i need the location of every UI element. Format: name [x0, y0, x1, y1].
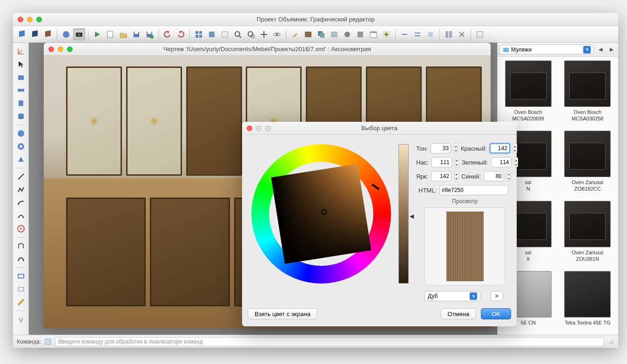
panel-icon[interactable] — [15, 98, 27, 109]
orbit-icon[interactable] — [271, 28, 283, 40]
library-thumb — [564, 201, 611, 247]
library-item[interactable]: Oven BoschMCSA020699 — [499, 60, 557, 127]
sat-stepper[interactable]: ▲▼ — [455, 157, 459, 167]
drawing-titlebar[interactable]: Чертеж '/Users/yuriy/Documents/Mebel/Про… — [44, 43, 491, 56]
extrude-icon[interactable] — [15, 240, 27, 251]
group-icon[interactable] — [443, 28, 455, 40]
eyedropper-button[interactable]: Взять цвет с экрана — [248, 308, 317, 319]
brush-icon[interactable] — [289, 28, 301, 40]
cancel-button[interactable]: Отмена — [441, 308, 477, 319]
redo-icon[interactable] — [175, 28, 187, 40]
chevron-updown-icon: ⇅ — [583, 46, 591, 53]
polyline-icon[interactable] — [15, 184, 27, 195]
tools-b-icon[interactable] — [354, 28, 366, 40]
undo-icon[interactable] — [162, 28, 174, 40]
new-icon[interactable] — [104, 28, 116, 40]
red-input[interactable] — [490, 143, 510, 153]
save-icon[interactable] — [130, 28, 142, 40]
cube-blue-icon[interactable] — [16, 28, 28, 40]
library-label: 5E CN — [521, 319, 536, 326]
board-icon[interactable] — [15, 85, 27, 96]
red-stepper[interactable]: ▲▼ — [513, 143, 517, 153]
cylinder-icon[interactable] — [15, 111, 27, 122]
green-input[interactable] — [491, 157, 512, 167]
color-wheel[interactable] — [251, 144, 391, 284]
library-item[interactable]: Oven ZanussiZOB182CC — [559, 131, 617, 197]
library-item[interactable]: Teka Texina 45E TG — [559, 271, 617, 331]
zoom-icon[interactable] — [232, 28, 244, 40]
zoomwin-icon[interactable] — [245, 28, 257, 40]
cube-dark-icon[interactable] — [29, 28, 41, 40]
compass-icon[interactable] — [15, 223, 27, 234]
cube-brown-icon[interactable] — [42, 28, 54, 40]
colorpicker-titlebar[interactable]: Выбор цвета — [242, 122, 517, 135]
render-icon[interactable] — [60, 28, 72, 40]
tools-a-icon[interactable] — [341, 28, 353, 40]
sat-input[interactable] — [431, 157, 452, 167]
dim-c-icon[interactable] — [425, 28, 437, 40]
camera-icon[interactable] — [73, 28, 85, 40]
library-label: Oven ZanussiZOU381N — [572, 249, 603, 263]
fit-icon[interactable] — [219, 28, 231, 40]
cone-icon[interactable] — [15, 154, 27, 165]
curve-icon[interactable] — [15, 210, 27, 221]
material-next-button[interactable]: > — [491, 291, 503, 301]
dim-a-icon[interactable] — [398, 28, 411, 40]
sv-cursor-icon[interactable] — [321, 209, 327, 215]
line-icon[interactable] — [15, 171, 27, 182]
view3d-icon[interactable] — [206, 28, 218, 40]
play-icon[interactable] — [91, 28, 103, 40]
sphere-icon[interactable] — [15, 128, 27, 139]
calendar-icon[interactable] — [367, 28, 379, 40]
align-icon[interactable] — [456, 28, 468, 40]
rect-icon[interactable] — [15, 271, 27, 282]
library-item[interactable]: Oven ZanussiZOU381N — [559, 201, 617, 267]
ok-button[interactable]: OK — [481, 308, 511, 319]
axis-icon[interactable] — [15, 46, 27, 57]
colorpicker-title: Выбор цвета — [242, 125, 517, 132]
resize-grip-icon[interactable] — [608, 338, 614, 345]
library-thumb — [564, 271, 611, 318]
blue-input[interactable] — [484, 171, 504, 181]
plus-icon[interactable] — [380, 28, 392, 40]
html-input[interactable] — [439, 185, 508, 195]
measure-icon[interactable] — [15, 297, 27, 308]
chevron-updown-icon: ⇅ — [470, 292, 477, 300]
green-stepper[interactable]: ▲▼ — [514, 157, 519, 167]
bezier-icon[interactable] — [15, 253, 27, 265]
blue-stepper[interactable]: ▲▼ — [507, 171, 511, 181]
export-icon[interactable] — [474, 28, 486, 40]
library-folder-dropdown[interactable]: Муляжи ⇅ — [499, 45, 594, 54]
hue-input[interactable] — [431, 143, 451, 153]
nav-fwd-icon[interactable]: ▶ — [607, 45, 616, 54]
views-icon[interactable] — [193, 28, 205, 40]
pan-icon[interactable] — [258, 28, 270, 40]
sv-square[interactable] — [271, 164, 371, 264]
val-input[interactable] — [431, 171, 452, 181]
value-slider-handle-icon[interactable]: ◀ — [410, 213, 414, 219]
image-icon[interactable] — [328, 28, 340, 40]
val-stepper[interactable]: ▲▼ — [454, 171, 458, 181]
svg-rect-26 — [320, 33, 324, 38]
box-icon[interactable] — [15, 72, 27, 83]
hue-stepper[interactable]: ▲▼ — [454, 143, 458, 153]
library-folder-label: Муляжи — [511, 46, 532, 53]
rect2-icon[interactable] — [15, 284, 27, 295]
value-slider[interactable] — [398, 144, 409, 284]
material-dropdown[interactable]: Дуб ⇅ — [425, 291, 480, 301]
open-icon[interactable] — [117, 28, 129, 40]
nav-back-icon[interactable]: ◀ — [596, 45, 605, 54]
dim-b-icon[interactable] — [411, 28, 424, 40]
select-icon[interactable] — [15, 59, 27, 70]
expand-icon[interactable]: ⋁ — [15, 314, 27, 325]
materials-icon[interactable] — [302, 28, 314, 40]
command-input[interactable]: Введите команду для обработки в Анализат… — [55, 337, 604, 346]
left-toolbar: ⋁ — [13, 43, 29, 335]
arc-icon[interactable] — [15, 197, 27, 208]
main-titlebar[interactable]: Проект Объемник: Графический редактор — [13, 13, 618, 26]
sat-label: Нас: — [416, 159, 429, 166]
torus-icon[interactable] — [15, 141, 27, 152]
saveas-icon[interactable] — [143, 28, 155, 40]
layers-icon[interactable] — [315, 28, 327, 40]
library-item[interactable]: Oven BoschMCSA030258 — [559, 60, 617, 127]
